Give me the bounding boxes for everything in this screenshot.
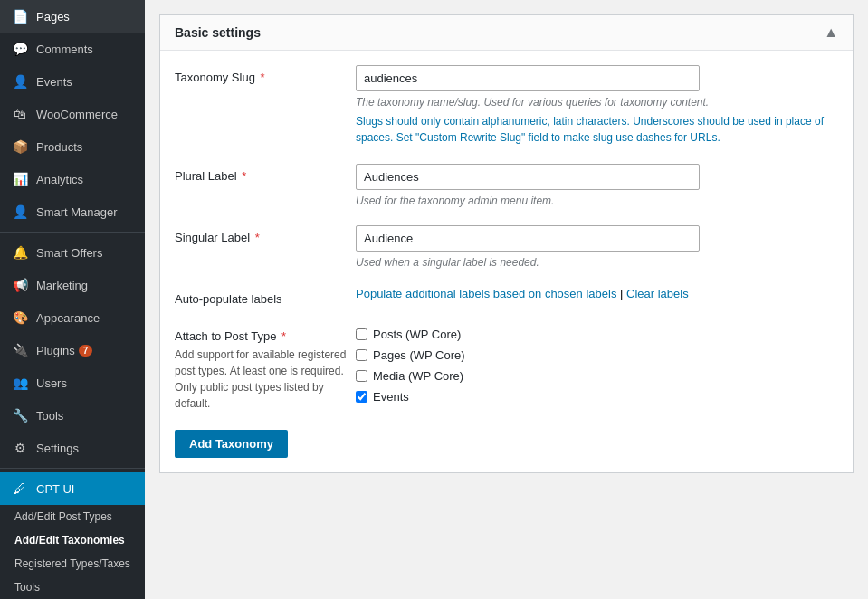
singular-label-input-col: Used when a singular label is needed.: [356, 225, 838, 269]
sidebar-item-events[interactable]: 👤 Events: [0, 65, 145, 98]
sidebar-item-analytics[interactable]: 📊 Analytics: [0, 163, 145, 195]
settings-icon: ⚙: [11, 439, 29, 457]
sidebar-item-appearance[interactable]: 🎨 Appearance: [0, 301, 145, 334]
pages-icon: 📄: [11, 7, 29, 25]
plural-label-input-col: Used for the taxonomy admin menu item.: [356, 164, 838, 207]
checkbox-media-input[interactable]: [356, 370, 367, 382]
attach-post-type-row: Attach to Post Type * Add support for av…: [175, 324, 838, 412]
singular-label-note: Used when a singular label is needed.: [356, 256, 838, 269]
taxonomy-slug-input[interactable]: [356, 65, 700, 91]
auto-populate-row: Auto-populate labels Populate additional…: [175, 287, 838, 306]
checkbox-pages-label[interactable]: Pages (WP Core): [373, 348, 465, 362]
sidebar-item-products[interactable]: 📦 Products: [0, 130, 145, 163]
sidebar-item-plugins[interactable]: 🔌 Plugins 7: [0, 334, 145, 366]
attach-post-type-label: Attach to Post Type *: [175, 329, 286, 343]
checkbox-events-input[interactable]: [356, 391, 367, 403]
sidebar-item-smart-manager[interactable]: 👤 Smart Manager: [0, 195, 145, 228]
woocommerce-icon: 🛍: [11, 105, 29, 123]
checkbox-pages-input[interactable]: [356, 349, 367, 361]
sidebar-item-label: Events: [36, 75, 72, 89]
sidebar-item-label: Pages: [36, 10, 70, 24]
users-icon: 👥: [11, 374, 29, 392]
custom-rewrite-slug-link[interactable]: Custom Rewrite Slug: [419, 131, 521, 144]
sidebar-sub-registered-types-taxes[interactable]: Registered Types/Taxes: [0, 552, 145, 575]
smart-offers-icon: 🔔: [11, 243, 29, 261]
products-icon: 📦: [11, 138, 29, 156]
attach-description: Add support for available registered pos…: [175, 347, 356, 412]
sidebar-item-label: Users: [36, 376, 67, 390]
sidebar-item-pages[interactable]: 📄 Pages: [0, 0, 145, 33]
events-icon: 👤: [11, 72, 29, 90]
section-collapse-icon[interactable]: ▲: [824, 24, 838, 41]
sidebar-item-label: Appearance: [36, 311, 100, 325]
sidebar-item-label: WooCommerce: [36, 108, 118, 121]
appearance-icon: 🎨: [11, 309, 29, 327]
section-header: Basic settings ▲: [160, 15, 853, 51]
required-star-4: *: [279, 329, 287, 343]
plugins-icon: 🔌: [11, 341, 29, 359]
attach-post-type-input-col: Posts (WP Core) Pages (WP Core) Media (W…: [356, 324, 838, 412]
auto-populate-label: Auto-populate labels: [175, 292, 282, 306]
checkbox-media: Media (WP Core): [356, 369, 838, 383]
sidebar-item-label: Tools: [36, 409, 63, 423]
sidebar-item-label: Smart Manager: [36, 205, 118, 219]
post-type-checkboxes: Posts (WP Core) Pages (WP Core) Media (W…: [356, 328, 838, 404]
taxonomy-slug-label-col: Taxonomy Slug *: [175, 65, 356, 146]
checkbox-media-label[interactable]: Media (WP Core): [373, 369, 463, 383]
populate-labels-link[interactable]: Populate additional labels based on chos…: [356, 287, 616, 300]
taxonomy-slug-note: The taxonomy name/slug. Used for various…: [356, 96, 838, 109]
sidebar-item-tools[interactable]: 🔧 Tools: [0, 399, 145, 432]
checkbox-posts-label[interactable]: Posts (WP Core): [373, 328, 461, 341]
plural-label-label: Plural Label *: [175, 169, 246, 183]
checkbox-posts: Posts (WP Core): [356, 328, 838, 341]
link-separator: |: [620, 287, 626, 300]
sidebar-sub-tools[interactable]: Tools: [0, 575, 145, 599]
auto-populate-label-col: Auto-populate labels: [175, 287, 356, 306]
sidebar-item-label: CPT UI: [36, 482, 74, 496]
cpt-ui-icon: 🖊: [11, 480, 29, 498]
checkbox-events-label[interactable]: Events: [373, 390, 409, 404]
main-content: Basic settings ▲ Taxonomy Slug * The tax…: [145, 0, 868, 599]
clear-labels-link[interactable]: Clear labels: [626, 287, 689, 300]
sidebar-item-settings[interactable]: ⚙ Settings: [0, 432, 145, 464]
add-taxonomy-container: Add Taxonomy: [175, 430, 838, 458]
comments-icon: 💬: [11, 40, 29, 58]
sidebar-item-marketing[interactable]: 📢 Marketing: [0, 269, 145, 301]
plural-label-input[interactable]: [356, 164, 700, 190]
sidebar-sub-add-edit-post-types[interactable]: Add/Edit Post Types: [0, 505, 145, 528]
checkbox-pages: Pages (WP Core): [356, 348, 838, 362]
sidebar: 📄 Pages 💬 Comments 👤 Events 🛍 WooCommerc…: [0, 0, 145, 599]
plugins-badge: 7: [79, 345, 93, 357]
tools-icon: 🔧: [11, 406, 29, 424]
sidebar-item-label: Comments: [36, 43, 93, 56]
sidebar-item-cpt-ui[interactable]: 🖊 CPT UI: [0, 472, 145, 505]
required-star-3: *: [252, 231, 260, 244]
taxonomy-slug-input-col: The taxonomy name/slug. Used for various…: [356, 65, 838, 146]
plural-label-row: Plural Label * Used for the taxonomy adm…: [175, 164, 838, 207]
taxonomy-slug-note2: Slugs should only contain alphanumeric, …: [356, 113, 838, 146]
analytics-icon: 📊: [11, 170, 29, 188]
singular-label-input[interactable]: [356, 225, 700, 252]
singular-label-label-col: Singular Label *: [175, 225, 356, 269]
auto-populate-input-col: Populate additional labels based on chos…: [356, 287, 838, 306]
sidebar-item-label: Products: [36, 140, 82, 154]
singular-label-label: Singular Label *: [175, 231, 260, 244]
taxonomy-slug-label: Taxonomy Slug *: [175, 71, 265, 84]
add-taxonomy-button[interactable]: Add Taxonomy: [175, 430, 288, 458]
checkbox-posts-input[interactable]: [356, 328, 367, 340]
taxonomy-slug-row: Taxonomy Slug * The taxonomy name/slug. …: [175, 65, 838, 146]
sidebar-item-smart-offers[interactable]: 🔔 Smart Offers: [0, 236, 145, 269]
sidebar-divider: [0, 232, 145, 233]
required-star: *: [257, 71, 265, 84]
sidebar-sub-add-edit-taxonomies[interactable]: Add/Edit Taxonomies: [0, 528, 145, 552]
section-body: Taxonomy Slug * The taxonomy name/slug. …: [160, 51, 853, 472]
sidebar-item-comments[interactable]: 💬 Comments: [0, 33, 145, 65]
sidebar-item-woocommerce[interactable]: 🛍 WooCommerce: [0, 98, 145, 130]
plural-label-label-col: Plural Label *: [175, 164, 356, 207]
sidebar-item-users[interactable]: 👥 Users: [0, 366, 145, 399]
sidebar-item-label: Settings: [36, 442, 79, 455]
smart-manager-icon: 👤: [11, 203, 29, 221]
sidebar-item-label: Analytics: [36, 173, 83, 186]
sidebar-divider-2: [0, 468, 145, 469]
checkbox-events: Events: [356, 390, 838, 404]
